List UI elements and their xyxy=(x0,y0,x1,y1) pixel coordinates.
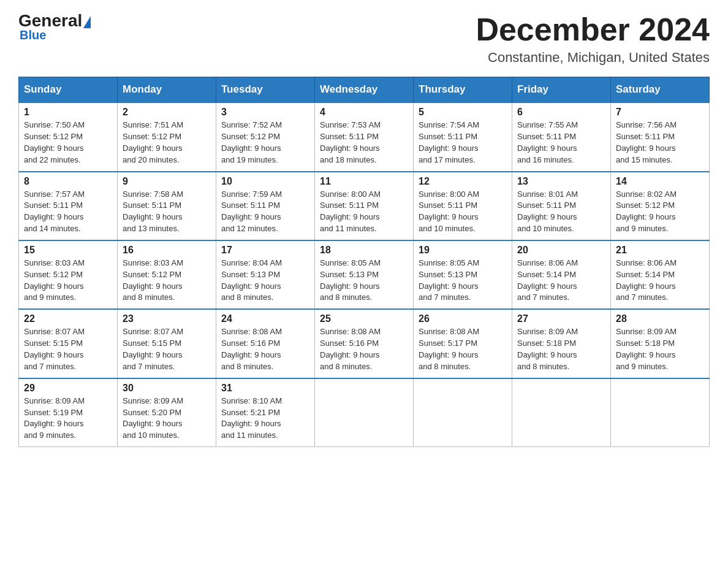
calendar-cell: 19 Sunrise: 8:05 AMSunset: 5:13 PMDaylig… xyxy=(414,240,512,309)
day-number: 27 xyxy=(517,313,605,324)
day-info: Sunrise: 8:02 AMSunset: 5:12 PMDaylight:… xyxy=(616,189,704,235)
day-info: Sunrise: 8:06 AMSunset: 5:14 PMDaylight:… xyxy=(616,258,704,304)
col-friday: Friday xyxy=(512,77,611,103)
week-row-5: 29 Sunrise: 8:09 AMSunset: 5:19 PMDaylig… xyxy=(19,378,710,447)
day-info: Sunrise: 8:04 AMSunset: 5:13 PMDaylight:… xyxy=(221,258,309,304)
day-info: Sunrise: 7:50 AMSunset: 5:12 PMDaylight:… xyxy=(24,120,112,166)
logo: General Blue xyxy=(18,12,91,42)
day-number: 6 xyxy=(517,107,605,118)
day-info: Sunrise: 8:03 AMSunset: 5:12 PMDaylight:… xyxy=(123,258,211,304)
calendar-cell: 14 Sunrise: 8:02 AMSunset: 5:12 PMDaylig… xyxy=(611,172,710,240)
calendar-cell: 5 Sunrise: 7:54 AMSunset: 5:11 PMDayligh… xyxy=(414,102,512,171)
day-number: 30 xyxy=(123,383,211,394)
day-info: Sunrise: 8:09 AMSunset: 5:18 PMDaylight:… xyxy=(517,326,605,372)
logo-blue-text: Blue xyxy=(20,28,46,42)
day-info: Sunrise: 8:01 AMSunset: 5:11 PMDaylight:… xyxy=(517,189,605,235)
day-info: Sunrise: 7:56 AMSunset: 5:11 PMDaylight:… xyxy=(616,120,704,166)
calendar-cell: 17 Sunrise: 8:04 AMSunset: 5:13 PMDaylig… xyxy=(216,240,315,309)
col-sunday: Sunday xyxy=(19,77,118,103)
day-info: Sunrise: 8:10 AMSunset: 5:21 PMDaylight:… xyxy=(221,396,309,442)
calendar-cell: 7 Sunrise: 7:56 AMSunset: 5:11 PMDayligh… xyxy=(611,102,710,171)
day-number: 25 xyxy=(320,313,408,324)
day-number: 29 xyxy=(24,383,112,394)
calendar-cell: 15 Sunrise: 8:03 AMSunset: 5:12 PMDaylig… xyxy=(19,240,118,309)
calendar-cell: 2 Sunrise: 7:51 AMSunset: 5:12 PMDayligh… xyxy=(118,102,216,171)
calendar-cell xyxy=(611,378,710,447)
page-header: General Blue December 2024 Constantine, … xyxy=(18,12,710,66)
day-number: 24 xyxy=(221,313,309,324)
calendar-cell: 12 Sunrise: 8:00 AMSunset: 5:11 PMDaylig… xyxy=(414,172,512,240)
calendar-cell: 16 Sunrise: 8:03 AMSunset: 5:12 PMDaylig… xyxy=(118,240,216,309)
subtitle: Constantine, Michigan, United States xyxy=(476,50,710,66)
calendar-cell: 23 Sunrise: 8:07 AMSunset: 5:15 PMDaylig… xyxy=(118,309,216,378)
calendar-table: Sunday Monday Tuesday Wednesday Thursday… xyxy=(18,77,710,447)
day-number: 16 xyxy=(123,245,211,256)
day-number: 31 xyxy=(221,383,309,394)
calendar-cell: 1 Sunrise: 7:50 AMSunset: 5:12 PMDayligh… xyxy=(19,102,118,171)
calendar-cell: 27 Sunrise: 8:09 AMSunset: 5:18 PMDaylig… xyxy=(512,309,611,378)
calendar-cell: 29 Sunrise: 8:09 AMSunset: 5:19 PMDaylig… xyxy=(19,378,118,447)
day-info: Sunrise: 7:54 AMSunset: 5:11 PMDaylight:… xyxy=(419,120,507,166)
day-number: 22 xyxy=(24,313,112,324)
day-number: 13 xyxy=(517,176,605,187)
day-number: 14 xyxy=(616,176,704,187)
day-number: 12 xyxy=(419,176,507,187)
calendar-header-row: Sunday Monday Tuesday Wednesday Thursday… xyxy=(19,77,710,103)
day-info: Sunrise: 8:08 AMSunset: 5:17 PMDaylight:… xyxy=(419,326,507,372)
calendar-cell: 4 Sunrise: 7:53 AMSunset: 5:11 PMDayligh… xyxy=(315,102,414,171)
day-info: Sunrise: 7:55 AMSunset: 5:11 PMDaylight:… xyxy=(517,120,605,166)
day-number: 15 xyxy=(24,245,112,256)
calendar-cell: 25 Sunrise: 8:08 AMSunset: 5:16 PMDaylig… xyxy=(315,309,414,378)
day-info: Sunrise: 8:07 AMSunset: 5:15 PMDaylight:… xyxy=(123,326,211,372)
day-info: Sunrise: 7:52 AMSunset: 5:12 PMDaylight:… xyxy=(221,120,309,166)
day-info: Sunrise: 7:51 AMSunset: 5:12 PMDaylight:… xyxy=(123,120,211,166)
main-title: December 2024 xyxy=(476,12,710,47)
day-number: 26 xyxy=(419,313,507,324)
day-info: Sunrise: 8:09 AMSunset: 5:20 PMDaylight:… xyxy=(123,396,211,442)
logo-general-text: General xyxy=(18,12,82,29)
day-info: Sunrise: 8:03 AMSunset: 5:12 PMDaylight:… xyxy=(24,258,112,304)
day-info: Sunrise: 8:06 AMSunset: 5:14 PMDaylight:… xyxy=(517,258,605,304)
calendar-cell: 11 Sunrise: 8:00 AMSunset: 5:11 PMDaylig… xyxy=(315,172,414,240)
calendar-cell: 13 Sunrise: 8:01 AMSunset: 5:11 PMDaylig… xyxy=(512,172,611,240)
calendar-cell: 26 Sunrise: 8:08 AMSunset: 5:17 PMDaylig… xyxy=(414,309,512,378)
col-saturday: Saturday xyxy=(611,77,710,103)
col-wednesday: Wednesday xyxy=(315,77,414,103)
day-info: Sunrise: 7:53 AMSunset: 5:11 PMDaylight:… xyxy=(320,120,408,166)
col-thursday: Thursday xyxy=(414,77,512,103)
day-info: Sunrise: 8:00 AMSunset: 5:11 PMDaylight:… xyxy=(419,189,507,235)
calendar-cell: 31 Sunrise: 8:10 AMSunset: 5:21 PMDaylig… xyxy=(216,378,315,447)
day-info: Sunrise: 8:09 AMSunset: 5:19 PMDaylight:… xyxy=(24,396,112,442)
week-row-4: 22 Sunrise: 8:07 AMSunset: 5:15 PMDaylig… xyxy=(19,309,710,378)
calendar-cell: 20 Sunrise: 8:06 AMSunset: 5:14 PMDaylig… xyxy=(512,240,611,309)
day-info: Sunrise: 8:09 AMSunset: 5:18 PMDaylight:… xyxy=(616,326,704,372)
week-row-1: 1 Sunrise: 7:50 AMSunset: 5:12 PMDayligh… xyxy=(19,102,710,171)
day-info: Sunrise: 8:05 AMSunset: 5:13 PMDaylight:… xyxy=(419,258,507,304)
calendar-cell: 8 Sunrise: 7:57 AMSunset: 5:11 PMDayligh… xyxy=(19,172,118,240)
calendar-cell xyxy=(512,378,611,447)
col-tuesday: Tuesday xyxy=(216,77,315,103)
week-row-2: 8 Sunrise: 7:57 AMSunset: 5:11 PMDayligh… xyxy=(19,172,710,240)
calendar-cell: 30 Sunrise: 8:09 AMSunset: 5:20 PMDaylig… xyxy=(118,378,216,447)
day-info: Sunrise: 8:07 AMSunset: 5:15 PMDaylight:… xyxy=(24,326,112,372)
day-number: 17 xyxy=(221,245,309,256)
calendar-cell xyxy=(414,378,512,447)
day-info: Sunrise: 7:57 AMSunset: 5:11 PMDaylight:… xyxy=(24,189,112,235)
title-area: December 2024 Constantine, Michigan, Uni… xyxy=(476,12,710,66)
calendar-cell: 9 Sunrise: 7:58 AMSunset: 5:11 PMDayligh… xyxy=(118,172,216,240)
col-monday: Monday xyxy=(118,77,216,103)
day-number: 9 xyxy=(123,176,211,187)
calendar-cell xyxy=(315,378,414,447)
calendar-cell: 18 Sunrise: 8:05 AMSunset: 5:13 PMDaylig… xyxy=(315,240,414,309)
calendar-cell: 21 Sunrise: 8:06 AMSunset: 5:14 PMDaylig… xyxy=(611,240,710,309)
calendar-cell: 22 Sunrise: 8:07 AMSunset: 5:15 PMDaylig… xyxy=(19,309,118,378)
day-info: Sunrise: 8:08 AMSunset: 5:16 PMDaylight:… xyxy=(221,326,309,372)
calendar-cell: 28 Sunrise: 8:09 AMSunset: 5:18 PMDaylig… xyxy=(611,309,710,378)
day-number: 7 xyxy=(616,107,704,118)
day-info: Sunrise: 8:08 AMSunset: 5:16 PMDaylight:… xyxy=(320,326,408,372)
day-number: 23 xyxy=(123,313,211,324)
day-info: Sunrise: 8:00 AMSunset: 5:11 PMDaylight:… xyxy=(320,189,408,235)
day-number: 19 xyxy=(419,245,507,256)
day-info: Sunrise: 7:58 AMSunset: 5:11 PMDaylight:… xyxy=(123,189,211,235)
day-number: 18 xyxy=(320,245,408,256)
